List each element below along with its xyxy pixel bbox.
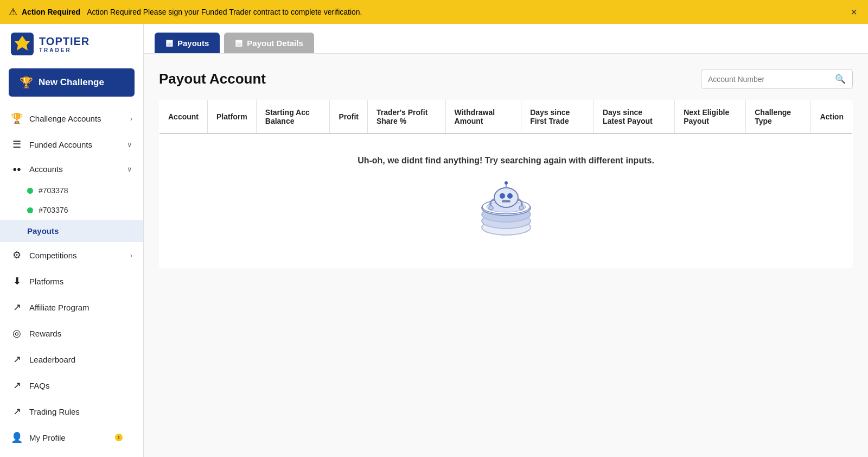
payouts-tab-icon: ▦ [165, 38, 173, 48]
sidebar-item-trading-rules[interactable]: ↗ Trading Rules [0, 398, 143, 424]
logo-icon [11, 33, 34, 55]
affiliate-label: Affiliate Program [29, 303, 132, 312]
tab-payouts[interactable]: ▦ Payouts [155, 33, 220, 53]
sidebar-item-my-profile[interactable]: 👤 My Profile ! [0, 424, 143, 450]
svg-point-17 [519, 206, 524, 210]
search-icon[interactable]: 🔍 [835, 74, 846, 84]
payouts-tab-label: Payouts [177, 39, 209, 48]
faqs-label: FAQs [29, 381, 132, 390]
sidebar-item-payouts[interactable]: Payouts [0, 220, 143, 242]
alert-title: Action Required [22, 8, 80, 16]
sidebar-item-platforms[interactable]: ⬇ Platforms [0, 268, 143, 294]
leaderboard-label: Leaderboard [29, 355, 132, 364]
funded-accounts-label: Funded Accounts [29, 140, 120, 149]
logo-bottom: TRADER [39, 47, 90, 53]
col-days-latest-payout: Days since Latest Payout [593, 100, 674, 134]
col-platform: Platform [208, 100, 257, 134]
leaderboard-icon: ↗ [11, 353, 23, 365]
sidebar-item-log-out[interactable]: ↩ Log Out [0, 450, 143, 457]
search-input[interactable] [708, 75, 831, 84]
accounts-icon: ●● [11, 165, 23, 173]
payout-details-tab-icon: ▤ [235, 38, 242, 48]
svg-point-11 [501, 194, 504, 198]
sidebar-nav: 🏆 Challenge Accounts › ☰ Funded Accounts… [0, 105, 143, 457]
empty-state: Uh-oh, we didnt find anything! Try searc… [159, 134, 852, 268]
alert-close-button[interactable]: × [848, 6, 859, 18]
logo-top: TOPTIER [39, 35, 90, 47]
warning-icon: ⚠ [9, 6, 17, 18]
faqs-icon: ↗ [11, 379, 23, 391]
funded-accounts-icon: ☰ [11, 138, 23, 150]
col-challenge-type: Challenge Type [746, 100, 811, 134]
profile-badge: ! [115, 434, 123, 441]
accounts-label: Accounts [29, 164, 120, 174]
accounts-chevron-down-icon: ∨ [127, 165, 132, 173]
platforms-icon: ⬇ [11, 275, 23, 287]
svg-point-12 [508, 194, 512, 198]
col-withdrawal-amount: Withdrawal Amount [445, 100, 521, 134]
search-box: 🔍 [701, 69, 853, 89]
competitions-icon: ⚙ [11, 249, 23, 261]
sidebar-item-affiliate[interactable]: ↗ Affiliate Program [0, 294, 143, 320]
tab-payout-details[interactable]: ▤ Payout Details [224, 33, 314, 53]
page-title: Payout Account [159, 71, 266, 87]
rewards-icon: ◎ [11, 327, 23, 339]
rewards-label: Rewards [29, 329, 132, 338]
payout-details-tab-label: Payout Details [247, 39, 303, 48]
chevron-down-icon: ∨ [127, 141, 132, 149]
col-account: Account [159, 100, 208, 134]
empty-state-message: Uh-oh, we didnt find anything! Try searc… [170, 156, 841, 166]
account-703378-status-dot [27, 188, 33, 194]
my-profile-icon: 👤 [11, 431, 23, 443]
svg-point-15 [505, 181, 508, 185]
account-703376-label: #703376 [39, 206, 68, 214]
content-area: Payout Account 🔍 Account Platform Starti… [144, 54, 868, 457]
payout-table: Account Platform Starting Acc Balance Pr… [159, 100, 853, 268]
svg-rect-13 [502, 200, 510, 202]
competitions-chevron-icon: › [130, 251, 132, 259]
affiliate-icon: ↗ [11, 301, 23, 313]
account-703378-label: #703378 [39, 186, 68, 195]
col-action: Action [811, 100, 853, 134]
logo: TOPTIER TRADER [0, 24, 143, 64]
new-challenge-label: New Challenge [39, 77, 104, 88]
svg-point-16 [489, 206, 493, 210]
svg-point-8 [494, 188, 518, 207]
account-703376-item[interactable]: #703376 [0, 200, 143, 220]
col-starting-balance: Starting Acc Balance [256, 100, 330, 134]
alert-message: Action Required Please sign your Funded … [87, 8, 362, 16]
col-profit-share: Trader's Profit Share % [367, 100, 445, 134]
logo-text: TOPTIER TRADER [39, 35, 90, 53]
sidebar-item-accounts[interactable]: ●● Accounts ∨ [0, 157, 143, 181]
trophy-icon: 🏆 [20, 76, 33, 89]
col-profit: Profit [330, 100, 368, 134]
chevron-right-icon: › [130, 115, 132, 123]
trading-rules-label: Trading Rules [29, 407, 132, 416]
platforms-label: Platforms [29, 277, 132, 286]
col-next-eligible: Next Eligible Payout [675, 100, 746, 134]
new-challenge-button[interactable]: 🏆 New Challenge [9, 68, 135, 97]
sidebar-item-leaderboard[interactable]: ↗ Leaderboard [0, 346, 143, 372]
sidebar-item-rewards[interactable]: ◎ Rewards [0, 320, 143, 346]
account-703376-status-dot [27, 207, 33, 213]
sidebar-item-challenge-accounts[interactable]: 🏆 Challenge Accounts › [0, 105, 143, 131]
account-703378-item[interactable]: #703378 [0, 181, 143, 200]
challenge-accounts-icon: 🏆 [11, 112, 23, 124]
sidebar-item-competitions[interactable]: ⚙ Competitions › [0, 242, 143, 268]
tab-bar: ▦ Payouts ▤ Payout Details [144, 24, 868, 54]
sidebar-item-faqs[interactable]: ↗ FAQs [0, 372, 143, 398]
empty-illustration [468, 179, 544, 244]
main-content: ▦ Payouts ▤ Payout Details Payout Accoun… [144, 24, 868, 457]
challenge-accounts-label: Challenge Accounts [29, 114, 124, 123]
payouts-label: Payouts [27, 226, 59, 236]
section-header: Payout Account 🔍 [159, 69, 853, 89]
sidebar: TOPTIER TRADER 🏆 New Challenge 🏆 Challen… [0, 24, 144, 457]
col-days-first-trade: Days since First Trade [521, 100, 594, 134]
alert-banner: ⚠ Action Required Action Required Please… [0, 0, 868, 24]
sidebar-item-funded-accounts[interactable]: ☰ Funded Accounts ∨ [0, 131, 143, 157]
trading-rules-icon: ↗ [11, 405, 23, 417]
competitions-label: Competitions [29, 251, 124, 260]
